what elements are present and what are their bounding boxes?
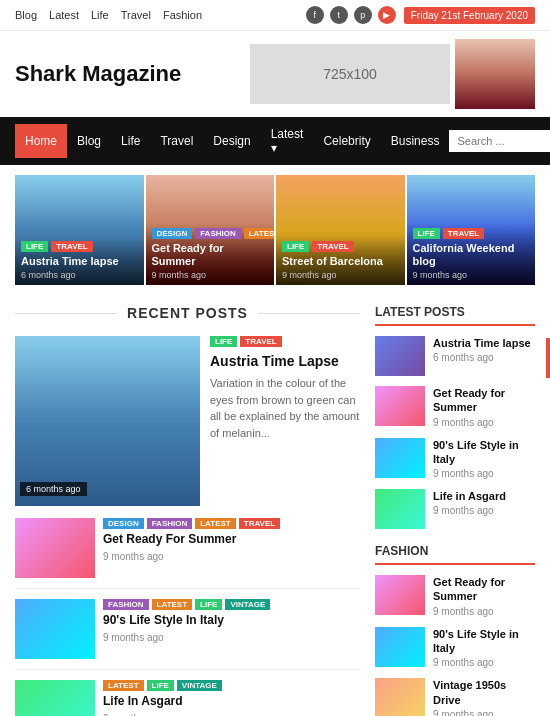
sidebar-post[interactable]: Austria Time lapse 6 months ago [375, 336, 535, 376]
recent-posts-title: RECENT POSTS [15, 305, 360, 321]
sidebar-info: Vintage 1950s Drive 9 months ago [433, 678, 535, 716]
sidebar-date: 9 months ago [433, 505, 535, 516]
youtube-icon[interactable]: ▶ [378, 6, 396, 24]
nav-blog[interactable]: Blog [67, 124, 111, 158]
top-nav-blog[interactable]: Blog [15, 9, 37, 21]
sidebar-title: Vintage 1950s Drive [433, 678, 535, 707]
sidebar-date: 6 months ago [433, 352, 535, 363]
header-image [455, 39, 535, 109]
hero-card-2-date: 9 months ago [152, 270, 269, 280]
social-icons: f t p ▶ [306, 6, 396, 24]
top-bar: Blog Latest Life Travel Fashion f t p ▶ … [0, 0, 550, 31]
featured-date-badge: 6 months ago [20, 482, 87, 496]
search-input[interactable] [449, 130, 550, 152]
site-header: Shark Magazine 725x100 [0, 31, 550, 117]
sidebar-thumb [375, 438, 425, 478]
hero-card-2[interactable]: DesignFashionLatestTravel Get Ready for … [146, 175, 275, 285]
top-nav-travel[interactable]: Travel [121, 9, 151, 21]
hero-card-1-title: Austria Time lapse [21, 255, 138, 268]
sidebar-date: 9 months ago [433, 709, 535, 716]
nav-travel[interactable]: Travel [150, 124, 203, 158]
sidebar-thumb [375, 575, 425, 615]
featured-post-tags: LifeTravel [210, 336, 360, 347]
sidebar-thumb [375, 489, 425, 529]
sidebar-title: 90's Life Style in Italy [433, 438, 535, 467]
pinterest-icon[interactable]: p [354, 6, 372, 24]
nav-home[interactable]: Home [15, 124, 67, 158]
featured-post-info: LifeTravel Austria Time Lapse Variation … [210, 336, 360, 506]
sidebar: LATEST POSTS Austria Time lapse 6 months… [375, 305, 535, 716]
hero-card-4-title: California Weekend blog [413, 242, 530, 268]
scroll-indicator[interactable] [546, 338, 550, 378]
featured-post[interactable]: 6 months ago LifeTravel Austria Time Lap… [15, 336, 360, 506]
sidebar-info: Life in Asgard 9 months ago [433, 489, 535, 529]
latest-posts-title: LATEST POSTS [375, 305, 535, 326]
search-form: 🔍 [449, 128, 550, 155]
sidebar-post[interactable]: 90's Life Style in Italy 9 months ago [375, 627, 535, 669]
featured-post-image: 6 months ago [15, 336, 200, 506]
sidebar-post[interactable]: Get Ready for Summer 9 months ago [375, 575, 535, 617]
post-info: DesignFashionLatestTravel Get Ready For … [103, 518, 360, 578]
sidebar-thumb [375, 336, 425, 376]
hero-section: LifeTravel Austria Time lapse 6 months a… [0, 165, 550, 295]
list-item[interactable]: DesignFashionLatestTravel Get Ready For … [15, 518, 360, 589]
post-thumb [15, 680, 95, 716]
post-title: Life In Asgard [103, 694, 360, 710]
main-nav: Home Blog Life Travel Design Latest ▾ Ce… [0, 117, 550, 165]
post-info: FashionLatestLifeVintage 90's Life Style… [103, 599, 360, 659]
sidebar-info: Get Ready for Summer 9 months ago [433, 386, 535, 428]
nav-design[interactable]: Design [203, 124, 260, 158]
top-nav-life[interactable]: Life [91, 9, 109, 21]
sidebar-date: 9 months ago [433, 417, 535, 428]
site-logo: Shark Magazine [15, 61, 181, 87]
sidebar-thumb [375, 627, 425, 667]
sidebar-date: 9 months ago [433, 657, 535, 668]
nav-business[interactable]: Business [381, 124, 450, 158]
hero-card-3[interactable]: LifeTravel Street of Barcelona 9 months … [276, 175, 405, 285]
top-nav: Blog Latest Life Travel Fashion [15, 9, 202, 21]
post-date: 9 months ago [103, 551, 360, 562]
sidebar-post[interactable]: Get Ready for Summer 9 months ago [375, 386, 535, 428]
sidebar-date: 9 months ago [433, 468, 535, 479]
top-right: f t p ▶ Friday 21st February 2020 [306, 6, 535, 24]
top-nav-fashion[interactable]: Fashion [163, 9, 202, 21]
list-item[interactable]: LatestLifeVintage Life In Asgard 9 month… [15, 680, 360, 716]
sidebar-info: 90's Life Style in Italy 9 months ago [433, 627, 535, 669]
header-ad-banner: 725x100 [250, 44, 450, 104]
featured-post-title: Austria Time Lapse [210, 352, 360, 370]
top-nav-latest[interactable]: Latest [49, 9, 79, 21]
fashion-posts-title: FASHION [375, 544, 535, 565]
hero-card-1[interactable]: LifeTravel Austria Time lapse 6 months a… [15, 175, 144, 285]
sidebar-info: 90's Life Style in Italy 9 months ago [433, 438, 535, 480]
post-thumb [15, 599, 95, 659]
sidebar-post[interactable]: Vintage 1950s Drive 9 months ago [375, 678, 535, 716]
sidebar-thumb [375, 678, 425, 716]
post-title: 90's Life Style In Italy [103, 613, 360, 629]
post-thumb [15, 518, 95, 578]
sidebar-title: Austria Time lapse [433, 336, 535, 350]
sidebar-info: Get Ready for Summer 9 months ago [433, 575, 535, 617]
fashion-posts-section: FASHION Get Ready for Summer 9 months ag… [375, 544, 535, 716]
nav-life[interactable]: Life [111, 124, 150, 158]
hero-card-4[interactable]: LifeTravel California Weekend blog 9 mon… [407, 175, 536, 285]
sidebar-thumb [375, 386, 425, 426]
post-title: Get Ready For Summer [103, 532, 360, 548]
facebook-icon[interactable]: f [306, 6, 324, 24]
hero-card-3-date: 9 months ago [282, 270, 399, 280]
post-info: LatestLifeVintage Life In Asgard 9 month… [103, 680, 360, 716]
sidebar-post[interactable]: 90's Life Style in Italy 9 months ago [375, 438, 535, 480]
nav-latest[interactable]: Latest ▾ [261, 117, 314, 165]
content-area: RECENT POSTS 6 months ago LifeTravel Aus… [0, 295, 550, 716]
hero-card-2-title: Get Ready for Summer [152, 242, 269, 268]
post-date: 9 months ago [103, 713, 360, 716]
featured-post-excerpt: Variation in the colour of the eyes from… [210, 375, 360, 441]
nav-celebrity[interactable]: Celebrity [313, 124, 380, 158]
latest-posts-section: LATEST POSTS Austria Time lapse 6 months… [375, 305, 535, 529]
sidebar-post[interactable]: Life in Asgard 9 months ago [375, 489, 535, 529]
twitter-icon[interactable]: t [330, 6, 348, 24]
hero-card-3-title: Street of Barcelona [282, 255, 399, 268]
hero-card-1-date: 6 months ago [21, 270, 138, 280]
sidebar-date: 9 months ago [433, 606, 535, 617]
post-date: 9 months ago [103, 632, 360, 643]
list-item[interactable]: FashionLatestLifeVintage 90's Life Style… [15, 599, 360, 670]
